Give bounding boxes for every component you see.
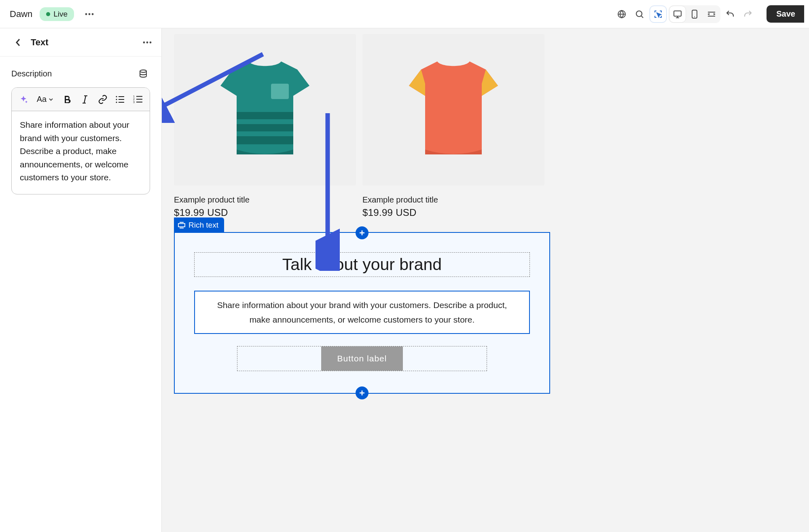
- rte-ol-button[interactable]: 123: [131, 92, 145, 107]
- section-tag[interactable]: Rich text: [174, 217, 224, 233]
- product-card[interactable]: Example product title $19.99 USD: [362, 34, 544, 218]
- svg-point-8: [143, 41, 145, 43]
- svg-rect-23: [237, 136, 293, 144]
- rich-text-editor: Aa 123: [11, 87, 150, 194]
- product-title: Example product title: [362, 195, 544, 205]
- text-block-selected[interactable]: Share information about your brand with …: [194, 291, 530, 334]
- panel-title: Text: [31, 37, 135, 48]
- svg-rect-21: [237, 112, 293, 119]
- svg-point-7: [694, 16, 695, 17]
- heading-block[interactable]: Talk about your brand: [194, 252, 530, 277]
- svg-point-2: [92, 13, 94, 15]
- viewport-segment: [669, 5, 720, 23]
- rte-ai-button[interactable]: [17, 92, 30, 107]
- rte-paragraph-label: Aa: [37, 95, 47, 104]
- dynamic-source-button[interactable]: [136, 65, 150, 82]
- svg-text:3: 3: [133, 101, 135, 103]
- featured-products: Example product title $19.99 USD Example…: [174, 28, 809, 218]
- more-menu-button[interactable]: [81, 6, 97, 22]
- button-label: Button label: [321, 346, 403, 371]
- svg-rect-18: [136, 96, 142, 97]
- locales-button[interactable]: [614, 6, 630, 22]
- settings-sidebar: Text Description Aa: [0, 28, 162, 532]
- status-label: Live: [53, 10, 68, 19]
- back-button[interactable]: [11, 34, 25, 51]
- add-section-after-button[interactable]: [356, 386, 368, 399]
- svg-rect-25: [178, 224, 185, 227]
- product-title: Example product title: [174, 195, 356, 205]
- button-block[interactable]: Button label: [237, 346, 487, 371]
- rte-toolbar: Aa 123: [12, 88, 150, 111]
- section-icon: [178, 222, 185, 229]
- svg-text:2: 2: [133, 98, 135, 101]
- product-price: $19.99 USD: [362, 207, 544, 218]
- paragraph-text: Share information about your brand with …: [200, 294, 524, 331]
- product-price: $19.99 USD: [174, 207, 356, 218]
- status-pill: Live: [40, 7, 74, 21]
- search-button[interactable]: [631, 6, 648, 22]
- svg-point-9: [146, 41, 148, 43]
- svg-point-14: [116, 101, 117, 103]
- redo-button[interactable]: [740, 6, 756, 22]
- svg-rect-24: [271, 84, 289, 99]
- heading-text: Talk about your brand: [199, 255, 525, 274]
- panel-header: Text: [0, 28, 161, 57]
- inspector-mode-segment: [649, 5, 667, 23]
- svg-point-0: [85, 13, 87, 15]
- tshirt-icon: [393, 49, 514, 171]
- status-dot: [46, 12, 50, 16]
- svg-text:1: 1: [133, 95, 135, 98]
- product-card[interactable]: Example product title $19.99 USD: [174, 34, 356, 218]
- rich-text-section[interactable]: Rich text Talk about your brand Share in…: [174, 232, 550, 394]
- svg-rect-5: [674, 11, 681, 16]
- rte-bold-button[interactable]: [60, 92, 74, 107]
- svg-rect-20: [136, 101, 142, 102]
- description-label: Description: [11, 69, 52, 78]
- svg-rect-22: [237, 124, 293, 131]
- add-section-before-button[interactable]: [356, 226, 368, 239]
- viewport-desktop-button[interactable]: [669, 6, 686, 22]
- panel-more-button[interactable]: [140, 34, 154, 51]
- svg-point-10: [150, 41, 152, 43]
- inspector-select-button[interactable]: [650, 6, 666, 22]
- tshirt-icon: [204, 49, 326, 171]
- preview-canvas[interactable]: Example product title $19.99 USD Example…: [162, 28, 809, 532]
- product-image: [362, 34, 544, 186]
- svg-point-4: [636, 11, 642, 17]
- rte-textarea[interactable]: Share information about your brand with …: [12, 111, 150, 194]
- top-bar: Dawn Live: [0, 0, 809, 28]
- product-image: [174, 34, 356, 186]
- save-button[interactable]: Save: [767, 5, 804, 23]
- undo-button[interactable]: [722, 6, 738, 22]
- rte-ul-button[interactable]: [113, 92, 127, 107]
- svg-point-11: [140, 70, 146, 72]
- svg-point-13: [116, 99, 117, 100]
- rte-paragraph-dropdown[interactable]: Aa: [34, 95, 56, 104]
- viewport-mobile-button[interactable]: [686, 6, 703, 22]
- section-tag-label: Rich text: [188, 221, 218, 230]
- theme-name: Dawn: [10, 9, 32, 19]
- rte-link-button[interactable]: [96, 92, 110, 107]
- svg-point-1: [89, 13, 91, 15]
- toolbar: [614, 5, 756, 23]
- svg-point-12: [116, 96, 117, 97]
- rte-italic-button[interactable]: [78, 92, 92, 107]
- viewport-fullwidth-button[interactable]: [703, 6, 720, 22]
- svg-rect-19: [136, 99, 142, 99]
